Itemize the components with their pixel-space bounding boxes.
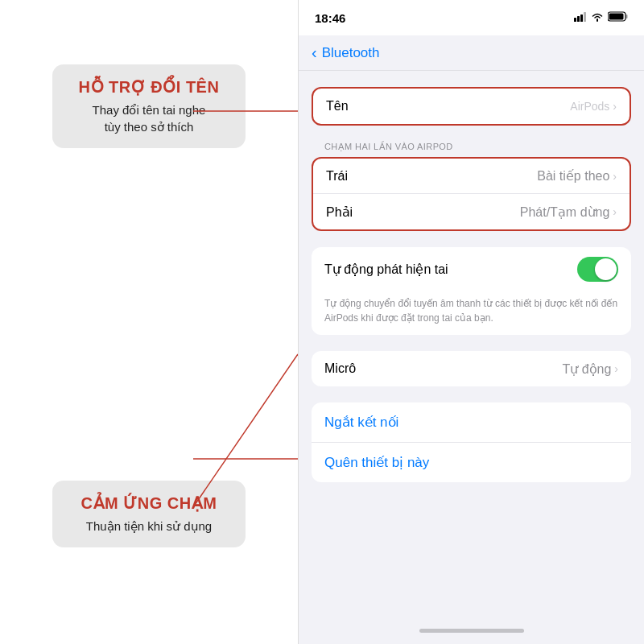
toggle-knob — [595, 258, 617, 280]
auto-detect-desc: Tự động chuyển đổi tuyến âm thanh từ các… — [312, 291, 631, 335]
settings-content[interactable]: Tên AirPods › CHẠM HAI LẦN VÀO AIRPOD Tr… — [299, 71, 644, 617]
back-chevron-icon: ‹ — [312, 43, 317, 62]
micro-card: Micrô Tự động › — [312, 351, 631, 386]
signal-icon — [574, 12, 587, 24]
annotation-title-2: CẢM ỨNG CHẠM — [72, 493, 226, 513]
left-touch-chevron-icon: › — [613, 170, 617, 183]
forget-label: Quên thiết bị này — [324, 454, 429, 471]
name-label: Tên — [326, 99, 349, 114]
right-touch-label: Phải — [326, 204, 353, 220]
svg-rect-4 — [577, 16, 580, 22]
nav-back-button[interactable]: ‹ Bluetooth — [312, 43, 380, 62]
status-icons — [574, 11, 628, 24]
auto-detect-label: Tự động phát hiện tai — [324, 262, 448, 277]
svg-rect-9 — [609, 14, 624, 20]
svg-rect-6 — [584, 12, 586, 22]
actions-card: Ngắt kết nối Quên thiết bị này — [312, 402, 631, 482]
annotation-desc-2: Thuận tiện khi sử dụng — [72, 518, 226, 535]
svg-rect-3 — [574, 18, 576, 22]
battery-icon — [608, 11, 628, 24]
name-chevron-icon: › — [613, 100, 617, 113]
right-touch-chevron-icon: › — [613, 205, 617, 218]
annotation-title-1: HỖ TRỢ ĐỔI TÊN — [72, 77, 226, 97]
left-touch-label: Trái — [326, 169, 348, 184]
name-section: Tên AirPods › — [312, 87, 631, 126]
left-panel: HỖ TRỢ ĐỔI TÊN Thay đổi tên tai nghetùy … — [0, 0, 298, 644]
touch-section-header: CHẠM HAI LẦN VÀO AIRPOD — [312, 142, 631, 152]
annotation-box-1: HỖ TRỢ ĐỔI TÊN Thay đổi tên tai nghetùy … — [52, 64, 246, 148]
micro-value: Tự động › — [562, 361, 618, 377]
auto-detect-toggle[interactable] — [577, 257, 618, 282]
svg-rect-5 — [580, 14, 583, 22]
right-touch-row[interactable]: Phải Phát/Tạm dừng › — [313, 194, 630, 229]
name-row[interactable]: Tên AirPods › — [313, 89, 630, 124]
touch-section: CHẠM HAI LẦN VÀO AIRPOD Trái Bài tiếp th… — [312, 142, 631, 231]
name-card: Tên AirPods › — [312, 87, 631, 126]
svg-rect-8 — [626, 14, 628, 19]
micro-row[interactable]: Micrô Tự động › — [312, 351, 631, 386]
micro-label: Micrô — [324, 361, 356, 376]
status-bar: 18:46 — [299, 0, 644, 35]
name-placeholder: AirPods — [570, 100, 609, 113]
phone-screen: 18:46 — [298, 0, 644, 644]
forget-row[interactable]: Quên thiết bị này — [312, 443, 631, 482]
home-bar — [419, 629, 524, 633]
name-value: AirPods › — [570, 100, 617, 113]
left-touch-row[interactable]: Trái Bài tiếp theo › — [313, 159, 630, 194]
status-time: 18:46 — [315, 11, 345, 25]
wifi-icon — [591, 12, 604, 24]
annotation-desc-1: Thay đổi tên tai nghetùy theo sở thích — [72, 101, 226, 135]
auto-detect-row: Tự động phát hiện tai — [312, 247, 631, 291]
micro-section: Micrô Tự động › — [312, 351, 631, 386]
auto-detect-card: Tự động phát hiện tai Tự động chuyển đổi… — [312, 247, 631, 335]
micro-chevron-icon: › — [614, 362, 618, 375]
disconnect-row[interactable]: Ngắt kết nối — [312, 402, 631, 443]
nav-bar: ‹ Bluetooth — [299, 35, 644, 71]
auto-detect-section: Tự động phát hiện tai Tự động chuyển đổi… — [312, 247, 631, 335]
touch-card: Trái Bài tiếp theo › Phải Phát/Tạm dừng … — [312, 157, 631, 231]
home-indicator — [299, 617, 644, 644]
annotation-box-2: CẢM ỨNG CHẠM Thuận tiện khi sử dụng — [52, 481, 246, 547]
disconnect-label: Ngắt kết nối — [324, 414, 398, 431]
nav-back-label: Bluetooth — [322, 45, 380, 61]
actions-section: Ngắt kết nối Quên thiết bị này — [312, 402, 631, 482]
left-touch-value: Bài tiếp theo › — [537, 168, 617, 184]
right-touch-value: Phát/Tạm dừng › — [520, 204, 617, 220]
